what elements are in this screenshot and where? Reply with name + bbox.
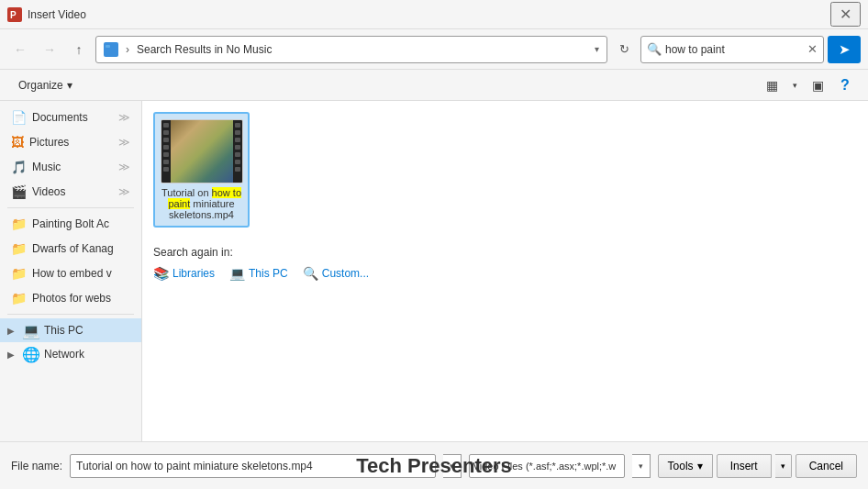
file-thumbnail-video1 [161, 119, 243, 183]
sidebar-folder-painting-bolt[interactable]: 📁 Painting Bolt Ac [4, 212, 138, 236]
sidebar-item-videos-label: Videos [32, 185, 113, 198]
sidebar-folder-how-to-embed[interactable]: 📁 How to embed v [4, 261, 138, 285]
file-type-dropdown-button[interactable]: ▾ [632, 454, 651, 478]
sidebar-item-documents[interactable]: 📄 Documents ≫ [4, 106, 138, 129]
sidebar-item-videos[interactable]: 🎬 Videos ≫ [4, 180, 138, 204]
sidebar-folder-photos-label: Photos for webs [32, 292, 130, 305]
folder-icon-svg [106, 44, 117, 55]
forward-button[interactable]: → [37, 37, 62, 62]
tools-button[interactable]: Tools ▾ [658, 454, 713, 478]
highlight-text: how to paint [168, 187, 241, 209]
address-path[interactable]: › Search Results in No Music ▾ [95, 36, 607, 63]
folder-how-to-embed-icon: 📁 [11, 266, 27, 281]
tools-dropdown-arrow-icon: ▾ [697, 460, 703, 472]
strip-hole-3 [163, 138, 169, 142]
file-item-video1[interactable]: Tutorial on how to paint miniature skele… [153, 112, 250, 228]
libraries-icon: 📚 [153, 266, 169, 281]
path-folder-icon [104, 42, 118, 57]
strip-hole-r6 [235, 160, 240, 164]
search-again-libraries[interactable]: 📚 Libraries [153, 266, 215, 281]
title-bar: P Insert Video ✕ [0, 0, 868, 29]
toolbar: Organize ▾ ▦ ▾ ▣ ? [0, 70, 868, 101]
sidebar-folder-photos[interactable]: 📁 Photos for webs [4, 286, 138, 310]
sidebar-item-documents-label: Documents [32, 111, 113, 124]
sidebar-folder-dwarfs[interactable]: 📁 Dwarfs of Kanag [4, 237, 138, 261]
search-again-label: Search again in: [153, 246, 857, 259]
sidebar-item-pictures[interactable]: 🖼 Pictures ≫ [4, 130, 138, 154]
preview-pane-button[interactable]: ▣ [806, 73, 829, 97]
strip-hole-r7 [235, 167, 240, 172]
help-button[interactable]: ? [833, 73, 857, 97]
sidebar-divider-1 [7, 207, 134, 208]
strip-hole-5 [163, 152, 169, 157]
folder-dwarfs-icon: 📁 [11, 241, 27, 256]
search-box[interactable]: 🔍 ✕ [640, 36, 824, 63]
search-clear-icon[interactable]: ✕ [807, 42, 818, 56]
music-pin-icon: ≫ [118, 161, 130, 173]
sidebar-tree-network[interactable]: ▶ 🌐 Network [0, 342, 141, 366]
title-bar-title: Insert Video [28, 8, 86, 21]
strip-hole-r4 [235, 145, 240, 150]
view-dropdown-button[interactable]: ▾ [787, 73, 802, 97]
pictures-pin-icon: ≫ [118, 136, 130, 149]
search-go-button[interactable]: ➤ [828, 36, 861, 63]
videos-pin-icon: ≫ [118, 185, 130, 198]
file-name-video1: Tutorial on how to paint miniature skele… [161, 187, 242, 220]
strip-hole-r2 [235, 130, 240, 135]
folder-painting-bolt-icon: 📁 [11, 217, 27, 231]
sidebar-folder-painting-bolt-label: Painting Bolt Ac [32, 217, 130, 230]
this-pc-search-label: This PC [249, 267, 288, 280]
bottom-bar: File name: ▾ ▾ Tech Presenters Tools ▾ I… [0, 441, 868, 489]
organize-button[interactable]: Organize ▾ [11, 73, 80, 97]
insert-button[interactable]: Insert [717, 454, 772, 478]
sidebar-item-pictures-label: Pictures [29, 136, 113, 149]
back-button[interactable]: ← [7, 37, 33, 62]
up-button[interactable]: ↑ [66, 37, 92, 62]
view-button[interactable]: ▦ [760, 73, 784, 97]
this-pc-icon: 💻 [22, 322, 40, 339]
svg-text:P: P [10, 10, 17, 20]
search-again-custom[interactable]: 🔍 Custom... [303, 266, 369, 281]
custom-search-icon: 🔍 [303, 266, 318, 281]
organize-label: Organize [18, 79, 63, 92]
videos-icon: 🎬 [11, 184, 27, 199]
sidebar-item-music[interactable]: 🎵 Music ≫ [4, 155, 138, 179]
strip-hole-1 [163, 123, 169, 128]
strip-hole-7 [163, 167, 169, 172]
file-name-label: File name: [11, 460, 62, 472]
folder-photos-icon: 📁 [11, 291, 27, 306]
insert-dropdown-button[interactable]: ▾ [775, 454, 792, 478]
tools-label: Tools [668, 460, 694, 472]
title-bar-left: P Insert Video [7, 7, 86, 22]
cancel-button[interactable]: Cancel [796, 454, 857, 478]
path-dropdown-icon[interactable]: ▾ [595, 44, 599, 54]
refresh-button[interactable]: ↻ [611, 37, 637, 62]
documents-pin-icon: ≫ [118, 111, 130, 124]
this-pc-expand-icon: ▶ [4, 326, 18, 336]
sidebar-divider-2 [7, 314, 134, 315]
main-content: 📄 Documents ≫ 🖼 Pictures ≫ 🎵 Music ≫ 🎬 V… [0, 101, 868, 441]
address-bar: ← → ↑ › Search Results in No Music ▾ ↻ 🔍… [0, 29, 868, 70]
search-again-options: 📚 Libraries 💻 This PC 🔍 Custom... [153, 266, 857, 281]
sidebar-tree-this-pc[interactable]: ▶ 💻 This PC [0, 318, 141, 342]
strip-hole-r3 [235, 138, 240, 142]
bottom-right-buttons: Tools ▾ Insert ▾ Cancel [658, 454, 857, 478]
search-again-this-pc[interactable]: 💻 This PC [229, 266, 288, 281]
strip-hole-6 [163, 160, 169, 164]
sidebar-folder-how-to-embed-label: How to embed v [32, 267, 130, 280]
path-separator: › [126, 43, 129, 56]
pictures-icon: 🖼 [11, 135, 24, 150]
close-button[interactable]: ✕ [830, 2, 861, 27]
toolbar-left: Organize ▾ [11, 73, 80, 97]
search-icon: 🔍 [647, 42, 662, 56]
sidebar-item-music-label: Music [32, 161, 113, 173]
sidebar-folder-dwarfs-label: Dwarfs of Kanag [32, 242, 130, 255]
film-strip-left [161, 120, 171, 183]
libraries-label: Libraries [172, 267, 215, 280]
watermark-text: Tech Presenters [356, 454, 512, 478]
search-input[interactable] [665, 43, 804, 56]
search-go-arrow-icon: ➤ [839, 41, 851, 58]
film-strip-right [233, 120, 242, 183]
files-area: Tutorial on how to paint miniature skele… [142, 101, 868, 441]
insert-label: Insert [730, 460, 758, 472]
